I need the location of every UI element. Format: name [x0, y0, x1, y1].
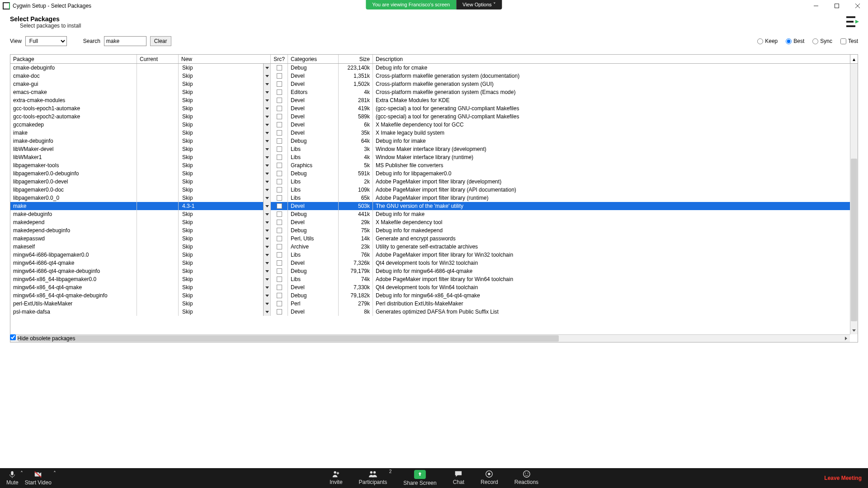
table-row[interactable]: imakeSkipDevel35kX Imake legacy build sy…	[10, 129, 850, 137]
table-row[interactable]: imake-debuginfoSkipDebug64kDebug info fo…	[10, 137, 850, 145]
col-new[interactable]: New	[179, 55, 271, 63]
mute-options-chevron[interactable]: ˄	[20, 470, 23, 486]
table-row[interactable]: extra-cmake-modulesSkipDevel281kExtra CM…	[10, 96, 850, 104]
table-row[interactable]: cmake-docSkipDevel1,351kCross-platform m…	[10, 72, 850, 80]
version-dropdown-button[interactable]	[263, 210, 270, 218]
version-dropdown-button[interactable]	[263, 194, 270, 202]
src-checkbox[interactable]	[277, 244, 282, 249]
version-dropdown-button[interactable]	[263, 169, 270, 178]
table-row[interactable]: makedependSkipDevel29kX Makefile depende…	[10, 218, 850, 226]
src-checkbox[interactable]	[277, 301, 282, 306]
version-dropdown-button[interactable]	[263, 243, 270, 251]
table-row[interactable]: libpagemaker0.0-develSkipLibs2kAdobe Pag…	[10, 178, 850, 186]
src-checkbox[interactable]	[277, 114, 282, 119]
table-row[interactable]: libpagemaker0.0_0SkipLibs65kAdobe PageMa…	[10, 194, 850, 202]
src-checkbox[interactable]	[277, 73, 282, 79]
version-dropdown-button[interactable]	[263, 308, 270, 316]
table-row[interactable]: makedepend-debuginfoSkipDebug75kDebug in…	[10, 226, 850, 235]
col-src[interactable]: Src?	[271, 55, 288, 63]
src-checkbox[interactable]	[277, 260, 282, 266]
view-options-button[interactable]: View Options ˅	[456, 0, 502, 9]
src-checkbox[interactable]	[277, 155, 282, 160]
version-dropdown-button[interactable]	[263, 64, 270, 72]
table-row[interactable]: make4.3-1Devel503kThe GNU version of the…	[10, 202, 850, 210]
version-dropdown-button[interactable]	[263, 129, 270, 137]
src-checkbox[interactable]	[277, 203, 282, 209]
col-size[interactable]: Size	[339, 55, 373, 63]
reactions-button[interactable]: Reactions	[514, 470, 538, 486]
version-dropdown-button[interactable]	[263, 161, 270, 169]
vertical-scrollbar[interactable]	[850, 64, 858, 334]
table-row[interactable]: psl-make-dafsaSkipDevel8kGenerates optim…	[10, 308, 850, 316]
video-options-chevron[interactable]: ˄	[53, 470, 56, 486]
version-dropdown-button[interactable]	[263, 218, 270, 226]
table-row[interactable]: gccmakedepSkipDevel6kX Makefile dependen…	[10, 121, 850, 129]
hide-obsolete-checkbox[interactable]: Hide obsolete packages	[10, 334, 75, 342]
src-checkbox[interactable]	[277, 106, 282, 111]
table-row[interactable]: mingw64-i686-qt4-qmakeSkipDevel7,326kQt4…	[10, 259, 850, 267]
src-checkbox[interactable]	[277, 179, 282, 184]
version-dropdown-button[interactable]	[263, 137, 270, 145]
version-dropdown-button[interactable]	[263, 275, 270, 283]
src-checkbox[interactable]	[277, 163, 282, 168]
src-checkbox[interactable]	[277, 195, 282, 201]
mute-button[interactable]: Mute	[6, 470, 19, 486]
invite-button[interactable]: Invite	[330, 470, 343, 486]
table-row[interactable]: gcc-tools-epoch2-automakeSkipDevel589k(g…	[10, 113, 850, 121]
table-row[interactable]: cmake-debuginfoSkipDebug223,140kDebug in…	[10, 64, 850, 72]
table-row[interactable]: libpagemaker0.0-debuginfoSkipDebug591kDe…	[10, 169, 850, 178]
table-row[interactable]: perl-ExtUtils-MakeMakerSkipPerl279kPerl …	[10, 300, 850, 308]
h-scrollbar-thumb[interactable]	[18, 335, 559, 342]
table-row[interactable]: make-debuginfoSkipDebug441kDebug info fo…	[10, 210, 850, 218]
table-row[interactable]: cmake-guiSkipDevel1,502kCross-platform m…	[10, 80, 850, 88]
src-checkbox[interactable]	[277, 277, 282, 282]
src-checkbox[interactable]	[277, 138, 282, 144]
scroll-right-button[interactable]	[842, 335, 850, 343]
src-checkbox[interactable]	[277, 146, 282, 152]
src-checkbox[interactable]	[277, 252, 282, 258]
version-dropdown-button[interactable]	[263, 153, 270, 161]
table-row[interactable]: libWMaker1SkipLibs4kWindow Maker interfa…	[10, 153, 850, 161]
table-row[interactable]: mingw64-i686-libpagemaker0.0SkipLibs76kA…	[10, 251, 850, 259]
version-dropdown-button[interactable]	[263, 96, 270, 104]
version-dropdown-button[interactable]	[263, 291, 270, 300]
version-dropdown-button[interactable]	[263, 113, 270, 121]
chat-button[interactable]: Chat	[453, 470, 464, 486]
version-dropdown-button[interactable]	[263, 186, 270, 194]
version-dropdown-button[interactable]	[263, 88, 270, 96]
table-row[interactable]: gcc-tools-epoch1-automakeSkipDevel419k(g…	[10, 104, 850, 113]
version-dropdown-button[interactable]	[263, 178, 270, 186]
table-row[interactable]: emacs-cmakeSkipEditors4kCross-platform m…	[10, 88, 850, 96]
table-row[interactable]: mingw64-x86_64-libpagemaker0.0SkipLibs74…	[10, 275, 850, 283]
src-checkbox[interactable]	[277, 268, 282, 274]
clear-button[interactable]: Clear	[150, 36, 171, 46]
table-row[interactable]: mingw64-i686-qt4-qmake-debuginfoSkipDebu…	[10, 267, 850, 275]
version-dropdown-button[interactable]	[263, 226, 270, 235]
src-checkbox[interactable]	[277, 89, 282, 95]
close-button[interactable]	[847, 0, 868, 12]
version-dropdown-button[interactable]	[263, 72, 270, 80]
search-input[interactable]	[104, 36, 146, 46]
src-checkbox[interactable]	[277, 309, 282, 314]
col-package[interactable]: Package	[10, 55, 137, 63]
version-dropdown-button[interactable]	[263, 104, 270, 113]
radio-keep[interactable]: Keep	[757, 38, 778, 44]
version-dropdown-button[interactable]	[263, 251, 270, 259]
src-checkbox[interactable]	[277, 236, 282, 241]
version-dropdown-button[interactable]	[263, 267, 270, 275]
src-checkbox[interactable]	[277, 65, 282, 70]
radio-best[interactable]: Best	[786, 38, 804, 44]
test-checkbox[interactable]: Test	[840, 38, 858, 44]
minimize-button[interactable]	[806, 0, 826, 12]
participants-button[interactable]: Participants 2	[359, 470, 387, 486]
table-row[interactable]: makepasswdSkipPerl, Utils14kGenerate and…	[10, 235, 850, 243]
src-checkbox[interactable]	[277, 171, 282, 176]
record-button[interactable]: Record	[481, 470, 498, 486]
horizontal-scrollbar[interactable]	[10, 334, 850, 342]
version-dropdown-button[interactable]	[263, 235, 270, 243]
scroll-down-button[interactable]	[850, 327, 858, 334]
version-dropdown-button[interactable]	[263, 80, 270, 88]
maximize-button[interactable]	[826, 0, 847, 12]
src-checkbox[interactable]	[277, 220, 282, 225]
view-select[interactable]: Full	[25, 36, 67, 46]
